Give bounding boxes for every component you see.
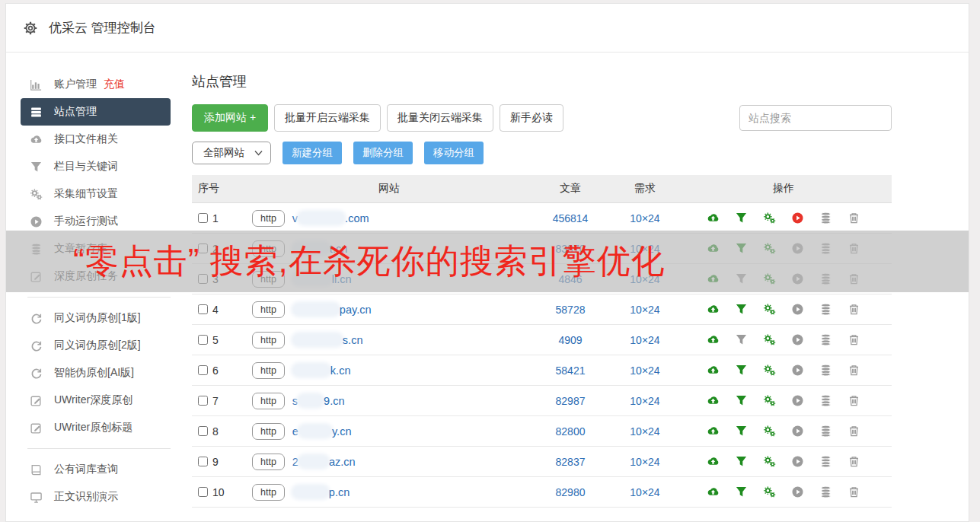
cloud-upload-icon[interactable] [707, 364, 720, 377]
gears-icon[interactable] [763, 272, 776, 285]
article-count[interactable]: 83870 [526, 243, 614, 255]
database-icon[interactable] [819, 485, 832, 498]
database-icon[interactable] [819, 242, 832, 255]
article-count[interactable]: 58728 [526, 304, 614, 316]
http-button[interactable]: http [252, 332, 285, 349]
article-count[interactable]: 4909 [526, 334, 614, 346]
row-checkbox[interactable] [198, 396, 208, 406]
gears-icon[interactable] [763, 425, 776, 438]
article-count[interactable]: 82800 [526, 425, 614, 438]
trash-icon[interactable] [848, 333, 860, 346]
filter-icon[interactable] [735, 242, 748, 255]
row-checkbox[interactable] [198, 274, 208, 284]
sidebar-item[interactable]: UWriter原创标题 [21, 414, 171, 441]
filter-icon[interactable] [735, 333, 748, 346]
filter-icon[interactable] [735, 212, 748, 224]
sidebar-item[interactable]: UWriter深度原创 [21, 387, 171, 414]
database-icon[interactable] [819, 212, 832, 224]
gears-icon[interactable] [763, 303, 776, 316]
play-icon[interactable] [791, 485, 804, 498]
sidebar-item[interactable]: 智能伪原创[AI版] [21, 359, 171, 387]
trash-icon[interactable] [848, 485, 860, 498]
demand-value[interactable]: 10×24 [614, 456, 675, 468]
gears-icon[interactable] [763, 364, 776, 377]
batch-close-button[interactable]: 批量关闭云端采集 [387, 104, 493, 132]
gears-icon[interactable] [763, 212, 776, 224]
demand-value[interactable]: 10×24 [614, 364, 675, 377]
delete-group-button[interactable]: 删除分组 [353, 142, 413, 164]
http-button[interactable]: http [252, 301, 285, 318]
row-checkbox[interactable] [198, 487, 208, 497]
row-checkbox[interactable] [198, 304, 208, 314]
row-checkbox[interactable] [198, 457, 208, 466]
article-count[interactable]: 82980 [526, 486, 614, 498]
sidebar-item[interactable]: 公有词库查询 [21, 456, 171, 483]
site-domain[interactable]: s9.cn [292, 395, 345, 407]
site-domain[interactable]: t.cn [292, 243, 347, 255]
http-button[interactable]: http [252, 393, 285, 409]
cloud-upload-icon[interactable] [707, 212, 720, 224]
cloud-upload-icon[interactable] [707, 303, 720, 316]
play-icon[interactable] [791, 333, 804, 346]
newbie-guide-button[interactable]: 新手必读 [500, 104, 563, 132]
database-icon[interactable] [819, 333, 832, 346]
trash-icon[interactable] [848, 212, 860, 224]
cloud-upload-icon[interactable] [707, 485, 720, 498]
play-icon[interactable] [791, 394, 804, 407]
filter-icon[interactable] [735, 455, 748, 468]
cloud-upload-icon[interactable] [707, 394, 720, 407]
gears-icon[interactable] [763, 485, 776, 498]
site-domain[interactable]: v.com [292, 212, 369, 224]
trash-icon[interactable] [848, 455, 860, 468]
gears-icon[interactable] [763, 242, 776, 255]
filter-icon[interactable] [735, 485, 748, 498]
new-group-button[interactable]: 新建分组 [283, 142, 342, 164]
sidebar-item[interactable]: 账户管理 充值 [21, 71, 171, 98]
trash-icon[interactable] [848, 303, 860, 316]
row-checkbox[interactable] [198, 243, 208, 253]
demand-value[interactable]: 10×24 [614, 425, 675, 438]
batch-open-button[interactable]: 批量开启云端采集 [274, 104, 381, 132]
cloud-upload-icon[interactable] [707, 455, 720, 468]
database-icon[interactable] [819, 455, 832, 468]
sidebar-item[interactable]: 接口文件相关 [21, 126, 171, 153]
http-button[interactable]: http [252, 454, 285, 470]
filter-icon[interactable] [735, 394, 748, 407]
http-button[interactable]: http [252, 210, 285, 227]
sidebar-item[interactable]: 同义词伪原创[1版] [21, 304, 171, 332]
demand-value[interactable]: 10×24 [614, 212, 675, 224]
filter-icon[interactable] [735, 303, 748, 316]
site-domain[interactable]: li.cn [292, 273, 352, 285]
row-checkbox[interactable] [198, 335, 208, 345]
trash-icon[interactable] [848, 425, 860, 438]
recharge-link[interactable]: 充值 [104, 78, 125, 91]
gears-icon[interactable] [763, 394, 776, 407]
trash-icon[interactable] [848, 364, 860, 377]
play-icon[interactable] [791, 272, 804, 285]
cloud-upload-icon[interactable] [707, 333, 720, 346]
sidebar-item[interactable]: 站点管理 [21, 98, 171, 126]
play-icon[interactable] [791, 212, 804, 224]
article-count[interactable]: 82987 [526, 395, 614, 407]
cloud-upload-icon[interactable] [707, 272, 720, 285]
gears-icon[interactable] [763, 333, 776, 346]
site-domain[interactable]: k.cn [292, 364, 351, 377]
sidebar-item[interactable]: 深度原创任务 [21, 263, 171, 290]
trash-icon[interactable] [848, 242, 860, 255]
article-count[interactable]: 58421 [526, 364, 614, 377]
row-checkbox[interactable] [198, 426, 208, 436]
play-icon[interactable] [791, 303, 804, 316]
demand-value[interactable]: 10×24 [614, 334, 675, 346]
sidebar-item[interactable]: 同义词伪原创[2版] [21, 332, 171, 359]
http-button[interactable]: http [252, 362, 285, 379]
article-count[interactable]: 82837 [526, 456, 614, 468]
filter-icon[interactable] [735, 272, 748, 285]
sidebar-item[interactable]: 文章暂存库 [21, 235, 171, 263]
demand-value[interactable]: 10×24 [614, 486, 675, 498]
http-button[interactable]: http [252, 271, 285, 288]
database-icon[interactable] [819, 425, 832, 438]
sidebar-item[interactable]: 栏目与关键词 [21, 153, 171, 180]
group-filter-select[interactable]: 全部网站 [192, 142, 271, 164]
play-icon[interactable] [791, 425, 804, 438]
demand-value[interactable]: 10×24 [614, 243, 675, 255]
